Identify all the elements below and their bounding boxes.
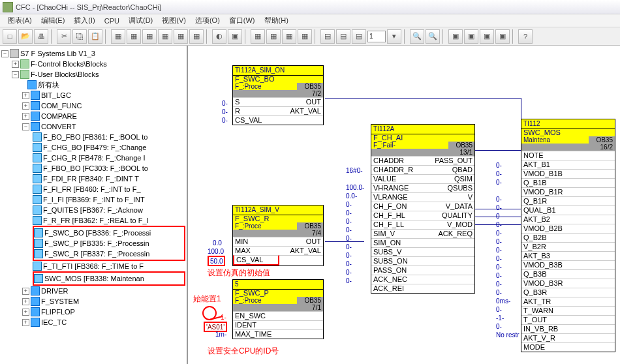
port-out[interactable] <box>423 238 474 247</box>
expand-icon[interactable]: − <box>12 71 19 78</box>
port-in[interactable]: CHADDR <box>371 156 423 165</box>
tree-item[interactable]: DRIVER <box>41 287 69 295</box>
port-out[interactable]: QSIM <box>423 174 474 183</box>
tree-item[interactable]: BIT_LGC <box>41 91 71 99</box>
port-in[interactable]: Q_B1B <box>521 178 615 187</box>
tb-1[interactable]: ▦ <box>111 29 125 44</box>
port-out[interactable]: V_MOD <box>423 220 474 229</box>
tree-item[interactable]: F_R_FR [FB362: F_:REAL to F_I <box>1 215 185 226</box>
tb-6[interactable]: ▦ <box>189 29 204 44</box>
tree-item[interactable]: FLIPFLOP <box>41 308 75 316</box>
port-in[interactable]: VMOD_B3B <box>521 260 615 269</box>
port-in[interactable]: CH_F_ON <box>371 202 423 211</box>
port-out[interactable]: AKT_VAL <box>278 106 323 115</box>
tree-item[interactable]: F_FDI_FR [FB340: F_:DINT T <box>1 174 185 184</box>
port-out[interactable]: OUT <box>278 97 323 106</box>
expand-icon[interactable]: + <box>22 298 29 305</box>
port-out[interactable] <box>278 329 323 339</box>
tree-item[interactable]: F_SWC_BO [FB336: F_:Processi <box>44 229 151 237</box>
tb-5[interactable]: ▦ <box>174 29 188 44</box>
tb-9[interactable]: ▦ <box>251 29 265 44</box>
port-in[interactable]: SUBS_ON <box>371 256 423 265</box>
port-out[interactable] <box>278 311 323 320</box>
menu-help[interactable]: 帮助(H) <box>260 14 292 27</box>
menu-chart[interactable]: 图表(A) <box>4 14 36 27</box>
port-out[interactable] <box>278 320 323 329</box>
port-in[interactable]: Q_B3B <box>521 269 615 279</box>
tb-drop[interactable]: ▾ <box>387 29 401 44</box>
tb-19[interactable]: ▣ <box>495 29 510 44</box>
expand-icon[interactable]: + <box>22 319 29 326</box>
port-in[interactable]: AKT_B1 <box>521 160 615 169</box>
port-in[interactable]: MAX_TIME <box>233 329 278 339</box>
tb-17[interactable]: ▣ <box>464 29 478 44</box>
menu-cpu[interactable]: CPU <box>101 16 123 26</box>
block-ch-ai[interactable]: TI112A F_CH_AI F_:Fail-OB35 13/1 CHADDRP… <box>371 124 475 294</box>
port-in[interactable]: IN_VB_RB <box>521 324 615 333</box>
tree-item[interactable]: F_SWC_R [FB337: F_:Processin <box>44 250 149 258</box>
port-in[interactable]: VLRANGE <box>371 192 423 202</box>
port-in[interactable]: AKT_TR <box>521 297 615 306</box>
expand-icon[interactable]: + <box>22 288 29 295</box>
port-in[interactable]: VMOD_B1B <box>521 169 615 178</box>
port-in[interactable]: PASS_ON <box>371 265 423 275</box>
tree-item[interactable]: F_CHG_BO [FB479: F_:Change <box>1 142 185 153</box>
port-in[interactable]: CS_VAL <box>233 115 278 125</box>
tb-8[interactable]: ▣ <box>228 29 242 44</box>
expand-icon[interactable]: + <box>12 61 19 68</box>
cut-button[interactable]: ✂ <box>57 29 71 44</box>
tb-13[interactable]: ▤ <box>320 29 335 44</box>
port-in[interactable]: CHADDR_R <box>371 165 423 174</box>
copy-button[interactable]: ⿻ <box>72 29 87 44</box>
port-out[interactable]: V_DATA <box>423 202 474 211</box>
tb-3[interactable]: ▦ <box>142 29 157 44</box>
tree-item[interactable]: F_I_FI [FB369: F_:INT to F_INT <box>1 194 185 205</box>
expand-icon[interactable]: − <box>22 123 29 130</box>
tb-7[interactable]: ◐ <box>212 29 226 44</box>
port-in[interactable]: NOTE <box>521 151 615 160</box>
port-out[interactable]: QBAD <box>423 165 474 174</box>
expand-icon[interactable]: − <box>1 50 8 57</box>
menu-debug[interactable]: 调试(D) <box>125 14 157 27</box>
port-out[interactable]: QSUBS <box>423 183 474 192</box>
port-in[interactable]: QUAL_B1 <box>521 205 615 215</box>
tb-12[interactable]: ▦ <box>298 29 312 44</box>
expand-icon[interactable]: + <box>22 102 29 110</box>
port-in[interactable]: AKT_B2 <box>521 215 615 224</box>
port-out[interactable] <box>423 247 474 256</box>
menu-view[interactable]: 视图(V) <box>158 14 190 27</box>
tb-11[interactable]: ▦ <box>282 29 296 44</box>
expand-icon[interactable]: + <box>22 309 29 316</box>
tree-panel[interactable]: −S7 F Systems Lib V1_3 +F-Control Blocks… <box>0 46 188 364</box>
expand-icon[interactable]: + <box>22 113 29 120</box>
port-out[interactable] <box>279 255 323 265</box>
block-sim-v[interactable]: TI112A_SIM_V F_SWC_R F_:ProceOB35 7/4 MI… <box>232 205 324 266</box>
tree-item[interactable]: 所有块 <box>38 80 59 90</box>
expand-icon[interactable]: + <box>22 92 29 99</box>
tree-item[interactable]: COM_FUNC <box>41 102 82 110</box>
port-out[interactable]: OUT <box>278 237 323 246</box>
tree-item[interactable]: F_CHG_R [FB478: F_:Change I <box>1 153 185 163</box>
port-out[interactable] <box>278 115 323 125</box>
port-in[interactable]: VALUE <box>371 174 423 183</box>
port-in[interactable]: SIM_ON <box>371 238 423 247</box>
port-out[interactable] <box>423 256 474 265</box>
port-out[interactable] <box>423 284 474 293</box>
tree-item[interactable]: IEC_TC <box>41 318 67 326</box>
port-in[interactable]: ACK_NEC <box>371 275 423 284</box>
toolbar-field[interactable] <box>367 31 386 42</box>
port-out[interactable]: V <box>423 192 474 202</box>
port-in[interactable]: AKT_B3 <box>521 251 615 260</box>
port-in[interactable]: CH_F_LL <box>371 220 423 229</box>
port-out[interactable] <box>423 275 474 284</box>
tb-14[interactable]: ▤ <box>336 29 350 44</box>
tree-item[interactable]: F-Control Blocks\Blocks <box>31 60 107 68</box>
port-in[interactable]: SUBS_V <box>371 247 423 256</box>
port-in[interactable]: ACK_REI <box>371 284 423 293</box>
new-button[interactable]: □ <box>3 29 17 44</box>
block-sim-on[interactable]: TI112A_SIM_ON F_SWC_BO F_:ProceOB35 7/2 … <box>232 65 324 125</box>
port-in[interactable]: R <box>233 106 278 115</box>
tree-item[interactable]: F_SWC_P [FB335: F_:Processin <box>44 239 149 247</box>
print-button[interactable]: 🖶 <box>34 29 48 44</box>
tree-item[interactable]: F_SYSTEM <box>41 297 79 305</box>
